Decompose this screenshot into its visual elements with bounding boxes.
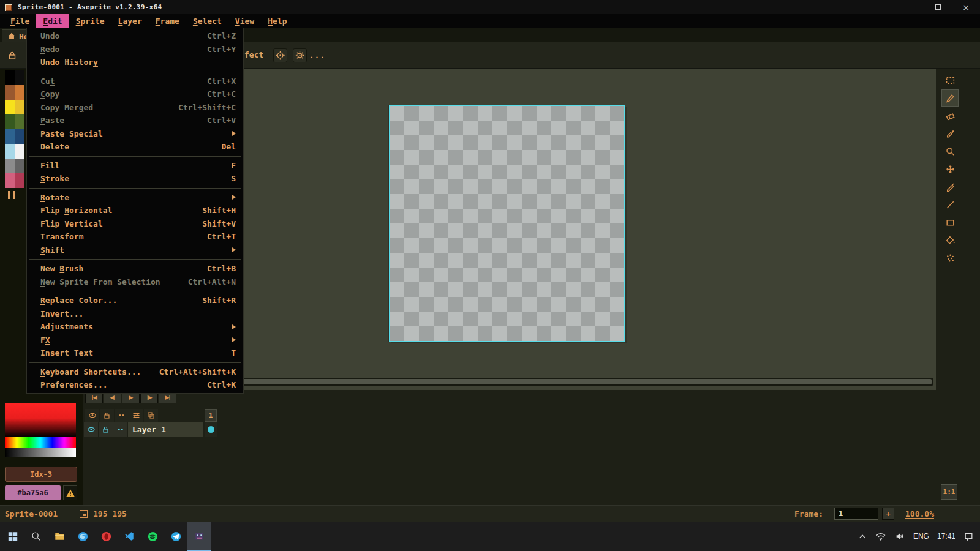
menu-item-undo-history[interactable]: Undo History [27, 56, 243, 69]
palette-swatch[interactable] [15, 173, 24, 188]
palette-swatch[interactable] [5, 85, 15, 100]
palette-swatch[interactable] [15, 70, 24, 85]
lock-icon[interactable] [99, 422, 113, 437]
menu-item-transform[interactable]: TransformCtrl+T [27, 230, 243, 244]
palette-swatch[interactable] [15, 159, 24, 173]
jumble-tool[interactable] [942, 250, 958, 266]
frame-number-input[interactable]: 1 [834, 508, 878, 520]
menu-item-replace-color[interactable]: Replace Color...Shift+R [27, 294, 243, 307]
spotify-icon[interactable] [141, 522, 164, 551]
onion-skin-icon[interactable] [144, 409, 158, 422]
palette-swatch[interactable] [5, 129, 15, 144]
continuous-icon[interactable] [113, 422, 127, 437]
menu-view[interactable]: View [228, 14, 261, 28]
zoom-tool[interactable] [942, 143, 958, 159]
palette-swatch[interactable] [5, 144, 15, 159]
hex-color-chip[interactable]: #ba75a6 [5, 485, 61, 500]
menu-help[interactable]: Help [261, 14, 293, 28]
menu-item-preferences[interactable]: Preferences...Ctrl+K [27, 378, 243, 392]
move-tool[interactable] [942, 161, 958, 177]
palette-swatch[interactable] [15, 129, 24, 144]
palette-swatch[interactable] [15, 144, 24, 159]
menu-item-adjustments[interactable]: Adjustments [27, 320, 243, 334]
opera-icon[interactable] [94, 522, 118, 551]
menu-item-rotate[interactable]: Rotate [27, 191, 243, 204]
layer-row[interactable]: Layer 1 [84, 422, 203, 437]
add-frame-button[interactable]: + [882, 508, 894, 520]
hue-bar[interactable] [5, 437, 76, 448]
menu-item-invert[interactable]: Invert... [27, 307, 243, 321]
zoom-level[interactable]: 100.0% [905, 509, 934, 519]
more-options-button[interactable]: ... [311, 50, 324, 61]
vscode-icon[interactable] [118, 522, 141, 551]
palette-swatch[interactable] [5, 100, 15, 114]
menu-item-new-brush[interactable]: New BrushCtrl+B [27, 262, 243, 276]
aseprite-icon[interactable] [187, 522, 211, 551]
palette-swatch[interactable] [15, 85, 24, 100]
rectangle-tool[interactable] [942, 214, 958, 230]
pixel-perfect-label[interactable]: fect [244, 50, 263, 59]
menu-frame[interactable]: Frame [149, 14, 186, 28]
pixel-ratio-badge[interactable]: 1:1 [941, 484, 957, 500]
menu-sprite[interactable]: Sprite [69, 14, 111, 28]
close-button[interactable]: × [952, 0, 980, 14]
menu-item-fx[interactable]: FX [27, 334, 243, 347]
target-icon[interactable] [273, 48, 287, 62]
cel-cell[interactable] [205, 422, 217, 437]
palette-swatch[interactable] [5, 114, 15, 129]
color-spectrum-picker[interactable] [5, 403, 76, 437]
lock-icon[interactable] [100, 409, 114, 422]
palette-index-button[interactable]: Idx-3 [5, 467, 77, 482]
file-explorer-icon[interactable] [48, 522, 71, 551]
paint-bucket-tool[interactable] [942, 232, 958, 248]
menu-item-paste-special[interactable]: Paste Special [27, 127, 243, 141]
menu-layer[interactable]: Layer [111, 14, 149, 28]
menu-item-fill[interactable]: FillF [27, 159, 243, 173]
language-indicator[interactable]: ENG [913, 532, 929, 541]
palette-divider-icon[interactable] [8, 191, 17, 199]
menu-item-insert-text[interactable]: Insert TextT [27, 347, 243, 360]
chevron-up-icon[interactable] [858, 531, 867, 541]
pencil-tool[interactable] [942, 90, 958, 106]
menu-item-flip-horizontal[interactable]: Flip HorizontalShift+H [27, 204, 243, 217]
wifi-icon[interactable] [875, 531, 886, 541]
continuous-icon[interactable] [115, 409, 129, 422]
menu-file[interactable]: File [4, 14, 36, 28]
telegram-icon[interactable] [164, 522, 187, 551]
palette-swatch[interactable] [5, 173, 15, 188]
grayscale-bar[interactable] [5, 448, 76, 457]
palette-swatch[interactable] [15, 100, 24, 114]
maximize-button[interactable] [924, 0, 952, 14]
menu-item-flip-vertical[interactable]: Flip VerticalShift+V [27, 217, 243, 231]
frame-column-header[interactable]: 1 [205, 409, 217, 422]
palette-swatch[interactable] [5, 70, 15, 85]
start-button[interactable] [1, 522, 24, 551]
eye-icon[interactable] [85, 409, 99, 422]
rectangular-marquee-tool[interactable] [942, 72, 958, 88]
palette-swatch[interactable] [5, 159, 15, 173]
menu-edit[interactable]: Edit [36, 14, 69, 28]
minimize-button[interactable] [895, 0, 924, 14]
add-color-button[interactable] [63, 485, 77, 500]
menu-item-stroke[interactable]: StrokeS [27, 172, 243, 186]
eyedropper-tool[interactable] [942, 126, 958, 141]
settings-icon[interactable] [129, 409, 143, 422]
edge-icon[interactable] [71, 522, 94, 551]
notification-icon[interactable] [963, 531, 974, 541]
eraser-tool[interactable] [942, 108, 958, 124]
search-button[interactable] [24, 522, 48, 551]
menu-item-shift[interactable]: Shift [27, 244, 243, 257]
line-tool[interactable] [942, 197, 958, 212]
slice-tool[interactable] [942, 179, 958, 195]
menu-select[interactable]: Select [186, 14, 228, 28]
menu-item-keyboard-shortcuts[interactable]: Keyboard Shortcuts...Ctrl+Alt+Shift+K [27, 365, 243, 379]
clock[interactable]: 17:41 [937, 532, 956, 541]
lock-icon[interactable] [6, 49, 19, 62]
layer-name[interactable]: Layer 1 [128, 422, 203, 437]
gear-icon[interactable] [293, 48, 307, 62]
volume-icon[interactable] [894, 531, 905, 541]
eye-icon[interactable] [84, 422, 98, 437]
palette-swatch[interactable] [15, 114, 24, 129]
sprite-canvas[interactable] [389, 105, 625, 342]
menu-item-delete[interactable]: DeleteDel [27, 140, 243, 154]
